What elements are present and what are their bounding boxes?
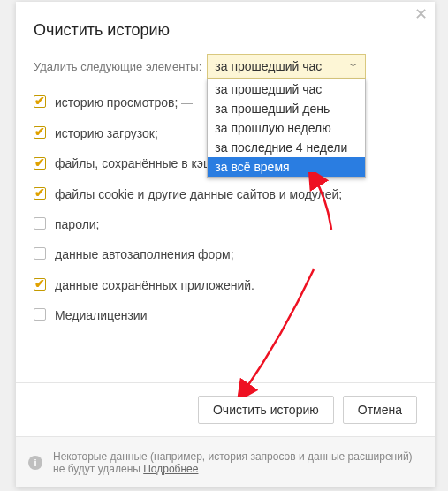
clear-button[interactable]: Очистить историю (198, 396, 334, 424)
time-range-value: за прошедший час (215, 59, 322, 73)
checkbox[interactable] (34, 126, 48, 140)
list-item: Медиалицензии (34, 307, 417, 323)
checkbox[interactable] (34, 187, 48, 201)
checkbox[interactable] (34, 278, 48, 292)
list-item: пароли; (34, 216, 417, 232)
info-icon: i (28, 456, 42, 470)
chevron-down-icon: ﹀ (349, 60, 358, 72)
dialog-content: Удалить следующие элементы: за прошедший… (16, 49, 435, 323)
list-item: данные сохранённых приложений. (34, 277, 417, 293)
list-item-label: данные сохранённых приложений. (55, 277, 417, 293)
info-bar: i Некоторые данные (например, история за… (16, 436, 435, 487)
info-text: Некоторые данные (например, история запр… (53, 450, 422, 475)
close-icon[interactable]: ✕ (414, 7, 428, 21)
list-item-label: пароли; (55, 216, 417, 232)
list-item: файлы cookie и другие данные сайтов и мо… (34, 186, 417, 202)
checkbox[interactable] (34, 308, 48, 322)
list-item-label: файлы cookie и другие данные сайтов и мо… (55, 186, 417, 202)
time-range-option[interactable]: за всё время (208, 157, 365, 177)
time-range-option[interactable]: за прошедший час (208, 79, 365, 99)
time-range-option[interactable]: за прошлую неделю (208, 118, 365, 138)
clear-history-dialog: ✕ Очистить историю Удалить следующие эле… (16, 2, 435, 487)
time-range-dropdown[interactable]: за прошедший часза прошедший деньза прош… (207, 79, 366, 178)
dialog-title: Очистить историю (16, 2, 435, 49)
list-item: данные автозаполнения форм; (34, 246, 417, 262)
learn-more-link[interactable]: Подробнее (143, 463, 198, 475)
checkbox[interactable] (34, 217, 48, 231)
time-range-option[interactable]: за прошедший день (208, 99, 365, 118)
checkbox[interactable] (34, 247, 48, 261)
time-range-select-wrap: за прошедший час ﹀ за прошедший часза пр… (207, 54, 366, 79)
list-item-label: данные автозаполнения форм; (55, 246, 417, 262)
time-range-select[interactable]: за прошедший час ﹀ (207, 54, 366, 79)
list-item-label: Медиалицензии (55, 307, 417, 323)
time-range-option[interactable]: за последние 4 недели (208, 138, 365, 157)
time-range-label: Удалить следующие элементы: (34, 60, 201, 73)
list-item-suffix: — (178, 96, 193, 110)
cancel-button[interactable]: Отмена (343, 396, 417, 424)
checkbox[interactable] (34, 95, 48, 110)
dialog-footer: Очистить историю Отмена (16, 382, 435, 436)
checkbox[interactable] (34, 157, 48, 171)
time-range-row: Удалить следующие элементы: за прошедший… (34, 54, 417, 79)
